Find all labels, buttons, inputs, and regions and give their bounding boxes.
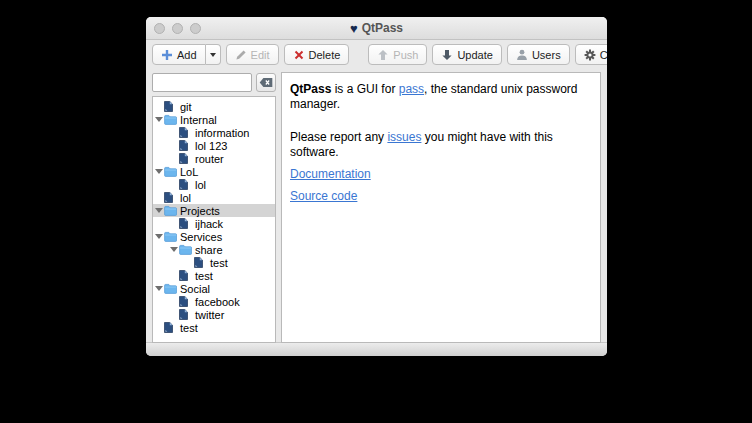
expander-triangle-icon[interactable] bbox=[154, 169, 164, 174]
window-title-group: ♥ QtPass bbox=[350, 21, 403, 35]
users-button[interactable]: Users bbox=[507, 44, 570, 65]
folder-icon bbox=[164, 114, 180, 125]
file-icon bbox=[164, 101, 180, 112]
tree-item-label: facebook bbox=[195, 296, 240, 308]
info-paragraph: QtPass is a GUI for pass, the standard u… bbox=[290, 82, 592, 112]
gear-icon bbox=[584, 49, 596, 61]
search-input[interactable] bbox=[152, 73, 252, 92]
close-button[interactable] bbox=[154, 23, 165, 34]
tree-entry-test[interactable]: test bbox=[153, 321, 275, 334]
tree-entry-twitter[interactable]: twitter bbox=[153, 308, 275, 321]
tree-entry-facebook[interactable]: facebook bbox=[153, 295, 275, 308]
expander-triangle-icon[interactable] bbox=[154, 208, 164, 213]
pencil-icon bbox=[235, 49, 247, 61]
delete-button[interactable]: Delete bbox=[284, 44, 350, 65]
info-paragraph: Source code bbox=[290, 189, 592, 204]
info-paragraph: Please report any issues you might have … bbox=[290, 130, 592, 160]
users-button-label: Users bbox=[532, 49, 561, 61]
tree-entry-information[interactable]: information bbox=[153, 126, 275, 139]
text-segment: Please report any bbox=[290, 130, 387, 144]
link-pass[interactable]: pass bbox=[399, 82, 424, 96]
file-icon bbox=[179, 140, 195, 151]
tree-entry-git[interactable]: git bbox=[153, 100, 275, 113]
tree-folder-services[interactable]: Services bbox=[153, 230, 275, 243]
update-button[interactable]: Update bbox=[432, 44, 501, 65]
tree-entry-lol-123[interactable]: lol 123 bbox=[153, 139, 275, 152]
config-button[interactable]: Config bbox=[575, 44, 607, 65]
password-tree: gitInternalinformationlol 123routerLoLlo… bbox=[152, 96, 276, 343]
tree-item-label: test bbox=[195, 270, 213, 282]
tree-item-label: share bbox=[195, 244, 223, 256]
tree-folder-internal[interactable]: Internal bbox=[153, 113, 275, 126]
bold-text: QtPass bbox=[290, 82, 331, 96]
expander-triangle-icon[interactable] bbox=[154, 234, 164, 239]
info-panel: QtPass is a GUI for pass, the standard u… bbox=[281, 72, 601, 343]
backspace-icon bbox=[259, 77, 273, 88]
tree-folder-lol[interactable]: LoL bbox=[153, 165, 275, 178]
tree-folder-social[interactable]: Social bbox=[153, 282, 275, 295]
tree-entry-test[interactable]: test bbox=[153, 256, 275, 269]
file-icon bbox=[179, 179, 195, 190]
tree-item-label: Internal bbox=[180, 114, 217, 126]
link-source-code[interactable]: Source code bbox=[290, 189, 357, 203]
folder-icon bbox=[179, 244, 195, 255]
tree-entry-test[interactable]: test bbox=[153, 269, 275, 282]
folder-icon bbox=[164, 166, 180, 177]
tree-item-label: Projects bbox=[180, 205, 220, 217]
add-button[interactable]: Add bbox=[152, 44, 206, 65]
file-icon bbox=[164, 192, 180, 203]
tree-entry-ijhack[interactable]: ijhack bbox=[153, 217, 275, 230]
text-segment: is a GUI for bbox=[331, 82, 398, 96]
tree-item-label: lol bbox=[195, 179, 206, 191]
status-bar bbox=[146, 342, 607, 356]
delete-button-label: Delete bbox=[309, 49, 341, 61]
push-button[interactable]: Push bbox=[368, 44, 427, 65]
expander-triangle-icon[interactable] bbox=[154, 117, 164, 122]
tree-entry-router[interactable]: router bbox=[153, 152, 275, 165]
expander-triangle-icon[interactable] bbox=[154, 286, 164, 291]
add-split-button: Add bbox=[152, 44, 221, 65]
tree-folder-projects[interactable]: Projects bbox=[153, 204, 275, 217]
tree-item-label: lol bbox=[180, 192, 191, 204]
tree-item-label: test bbox=[210, 257, 228, 269]
plus-icon bbox=[161, 49, 173, 61]
link-documentation[interactable]: Documentation bbox=[290, 167, 371, 181]
file-icon bbox=[179, 218, 195, 229]
qtpass-heart-icon: ♥ bbox=[350, 22, 358, 35]
toolbar: Add Edit Delete Push Update Us bbox=[146, 40, 607, 69]
file-icon bbox=[179, 153, 195, 164]
link-issues[interactable]: issues bbox=[387, 130, 421, 144]
tree-entry-lol[interactable]: lol bbox=[153, 178, 275, 191]
file-icon bbox=[179, 270, 195, 281]
tree-folder-share[interactable]: share bbox=[153, 243, 275, 256]
tree-item-label: Social bbox=[180, 283, 210, 295]
add-dropdown-button[interactable] bbox=[206, 44, 221, 65]
window-title: QtPass bbox=[362, 21, 403, 35]
folder-icon bbox=[164, 283, 180, 294]
delete-x-icon bbox=[293, 49, 305, 61]
file-icon bbox=[164, 322, 180, 333]
edit-button[interactable]: Edit bbox=[226, 44, 279, 65]
tree-item-label: router bbox=[195, 153, 224, 165]
info-paragraph: Documentation bbox=[290, 167, 592, 182]
file-icon bbox=[179, 309, 195, 320]
user-icon bbox=[516, 49, 528, 61]
tree-entry-lol[interactable]: lol bbox=[153, 191, 275, 204]
tree-item-label: Services bbox=[180, 231, 222, 243]
add-button-label: Add bbox=[177, 49, 197, 61]
folder-icon bbox=[164, 205, 180, 216]
file-icon bbox=[179, 296, 195, 307]
tree-item-label: ijhack bbox=[195, 218, 223, 230]
config-button-label: Config bbox=[600, 49, 607, 61]
push-button-label: Push bbox=[393, 49, 418, 61]
zoom-button[interactable] bbox=[190, 23, 201, 34]
clear-search-button[interactable] bbox=[256, 73, 276, 92]
file-icon bbox=[194, 257, 210, 268]
titlebar[interactable]: ♥ QtPass bbox=[146, 17, 607, 40]
folder-icon bbox=[164, 231, 180, 242]
main-content: gitInternalinformationlol 123routerLoLlo… bbox=[146, 69, 607, 342]
expander-triangle-icon[interactable] bbox=[169, 247, 179, 252]
tree-item-label: information bbox=[195, 127, 249, 139]
file-icon bbox=[179, 127, 195, 138]
minimize-button[interactable] bbox=[172, 23, 183, 34]
